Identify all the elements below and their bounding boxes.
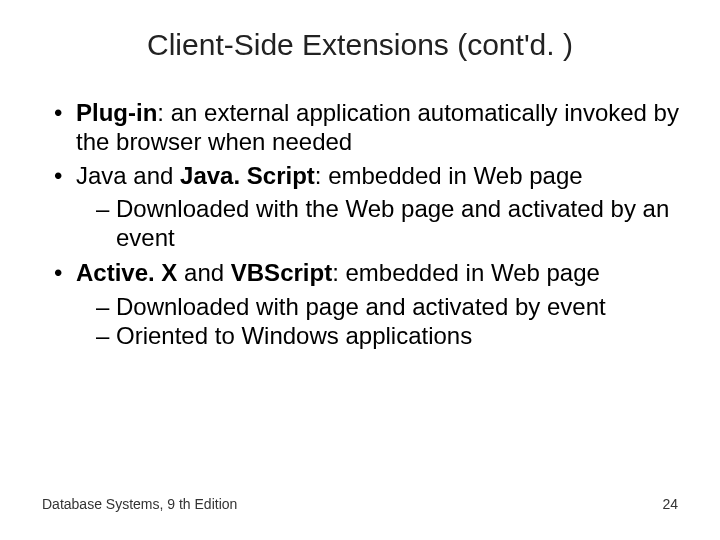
bullet-text: Java and — [76, 162, 180, 189]
bullet-text: : embedded in Web page — [315, 162, 583, 189]
bullet-item: Active. X and VBScript: embedded in Web … — [40, 258, 680, 350]
bold-term: Java. Script — [180, 162, 315, 189]
bold-term: VBScript — [231, 259, 332, 286]
footer-source: Database Systems, 9 th Edition — [42, 496, 237, 512]
bullet-item: Plug-in: an external application automat… — [40, 98, 680, 157]
bold-term: Plug-in — [76, 99, 157, 126]
bullet-text: : embedded in Web page — [332, 259, 600, 286]
bullet-text: and — [177, 259, 230, 286]
bullet-text: : an external application automatically … — [76, 99, 679, 155]
slide-title: Client-Side Extensions (cont'd. ) — [40, 28, 680, 62]
sub-list: Downloaded with the Web page and activat… — [76, 194, 680, 253]
sub-item: Downloaded with page and activated by ev… — [76, 292, 680, 321]
bullet-list: Plug-in: an external application automat… — [40, 98, 680, 350]
sub-item: Downloaded with the Web page and activat… — [76, 194, 680, 253]
bullet-item: Java and Java. Script: embedded in Web p… — [40, 161, 680, 253]
sub-list: Downloaded with page and activated by ev… — [76, 292, 680, 351]
slide: Client-Side Extensions (cont'd. ) Plug-i… — [0, 0, 720, 540]
bold-term: Active. X — [76, 259, 177, 286]
sub-item: Oriented to Windows applications — [76, 321, 680, 350]
page-number: 24 — [662, 496, 678, 512]
